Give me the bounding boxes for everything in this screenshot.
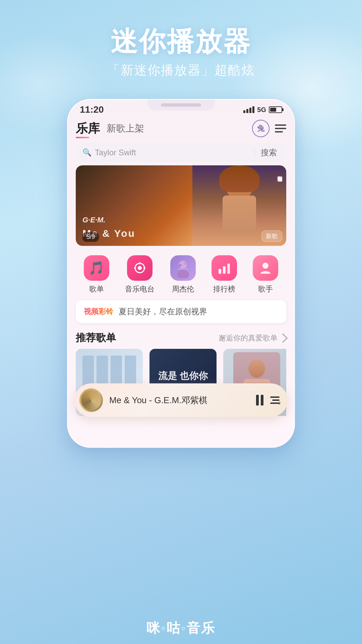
banner-page-indicator: 5/9 (82, 232, 99, 242)
logo-dot1: ◦ (161, 621, 167, 635)
menu-line-2 (275, 128, 286, 129)
page-sub-title: 「新迷你播放器」超酷炫 (0, 62, 362, 79)
logo-music: 音乐 (187, 621, 216, 635)
radio-icon (127, 255, 153, 281)
category-playlist[interactable]: 🎵 歌单 (84, 255, 109, 294)
search-bar[interactable]: 🔍 Taylor Swift 搜索 (76, 143, 286, 162)
logo-gu: 咕 (167, 621, 181, 635)
nav-title-main[interactable]: 乐库 (76, 120, 100, 137)
queue-note-icon: ♪ (278, 400, 281, 406)
category-playlist-label: 歌单 (89, 284, 104, 294)
section-more[interactable]: 邂逅你的真爱歌单 (219, 333, 286, 343)
person-hair (219, 165, 259, 192)
svg-point-12 (262, 263, 268, 269)
signal-bar-1 (243, 110, 245, 113)
album-art-inner (81, 390, 101, 410)
video-ringtone-banner[interactable]: 视频彩铃 夏日美好，尽在原创视界 (76, 300, 286, 323)
section-more-label: 邂逅你的真爱歌单 (219, 333, 278, 343)
artist-icon (253, 255, 278, 281)
svg-rect-9 (219, 269, 221, 274)
status-time: 11:20 (80, 104, 104, 115)
jay-svg (173, 258, 193, 278)
notch-pill (161, 103, 201, 107)
search-input[interactable]: Taylor Swift (95, 148, 251, 157)
top-nav: 乐库 新歌上架 兔 (76, 116, 286, 140)
battery-icon (269, 106, 282, 113)
pause-bar-1 (256, 395, 259, 406)
radio-svg (133, 261, 147, 275)
person-body (223, 196, 256, 232)
svg-point-7 (179, 264, 181, 266)
chevron-right-icon (278, 333, 288, 342)
signal-bar-3 (249, 108, 251, 113)
banner[interactable]: G·E·M. Me & You 首位华人全创作西语专辑 (76, 165, 286, 246)
category-jay[interactable]: 周杰伦 (170, 255, 196, 294)
svg-rect-11 (227, 264, 230, 274)
svg-rect-10 (223, 266, 226, 274)
search-button[interactable]: 搜索 (258, 147, 280, 158)
chart-icon (212, 255, 237, 281)
nav-title-sub[interactable]: 新歌上架 (107, 122, 144, 135)
mini-player[interactable]: Me & You - G.E.M.邓紫棋 ♪ (74, 383, 288, 417)
mini-album-art (78, 387, 104, 413)
category-chart[interactable]: 排行榜 (212, 255, 237, 294)
artist-svg (258, 261, 273, 275)
nav-right: 兔 (252, 120, 286, 137)
signal-bar-4 (252, 106, 254, 113)
queue-line-1 (270, 396, 280, 398)
banner-background: G·E·M. Me & You 首位华人全创作西语专辑 (76, 165, 286, 246)
bottom-logo: 咪◦咕◦音乐 (67, 619, 295, 637)
mini-controls: ♪ (256, 395, 280, 406)
mini-track-info: Me & You - G.E.M.邓紫棋 (109, 394, 251, 406)
category-row: 🎵 歌单 音乐电台 (76, 249, 286, 298)
signal-bars-icon (243, 106, 254, 113)
category-artist-label: 歌手 (258, 284, 273, 294)
section-title: 推荐歌单 (76, 331, 116, 345)
person-head (226, 169, 253, 199)
user-badge[interactable]: 兔 (252, 120, 269, 137)
category-artist[interactable]: 歌手 (253, 255, 278, 294)
battery-fill (270, 108, 276, 112)
status-icons: 5G (243, 106, 282, 114)
pause-bar-2 (261, 395, 263, 406)
phone-mockup: 11:20 5G 乐库 新歌上架 (0, 99, 362, 448)
mini-track-name: Me & You - G.E.M.邓紫棋 (109, 395, 207, 405)
menu-line-3 (275, 131, 283, 132)
category-radio[interactable]: 音乐电台 (125, 255, 155, 294)
app-content: 乐库 新歌上架 兔 🔍 Taylor Swift 搜索 (68, 116, 294, 416)
svg-point-1 (138, 266, 142, 270)
search-divider (254, 148, 255, 157)
section-header: 推荐歌单 邂逅你的真爱歌单 (76, 326, 286, 349)
signal-bar-2 (246, 109, 248, 113)
search-icon: 🔍 (82, 148, 92, 157)
banner-artist-logo: G·E·M. (82, 216, 186, 224)
logo-dot2: ◦ (181, 621, 187, 635)
video-ringtone-desc: 夏日美好，尽在原创视界 (119, 306, 207, 317)
svg-point-6 (177, 270, 189, 278)
queue-button[interactable]: ♪ (270, 396, 280, 404)
thumb-person-head (248, 359, 265, 378)
chart-svg (217, 261, 231, 275)
category-jay-label: 周杰伦 (172, 284, 194, 294)
nav-left: 乐库 新歌上架 (76, 120, 144, 137)
phone-notch (147, 100, 215, 110)
playlist-icon: 🎵 (84, 255, 109, 281)
menu-icon[interactable] (275, 124, 286, 132)
category-chart-label: 排行榜 (213, 284, 235, 294)
banner-new-badge: 新歌 (261, 230, 282, 242)
svg-point-8 (184, 262, 187, 265)
logo-text: 咪◦咕◦音乐 (146, 621, 216, 635)
network-type: 5G (257, 106, 266, 114)
video-ringtone-tag: 视频彩铃 (84, 307, 113, 317)
page-main-title: 迷你播放器 (0, 27, 362, 56)
logo-o1: 咪 (146, 621, 161, 635)
category-radio-label: 音乐电台 (125, 284, 155, 294)
phone-frame: 11:20 5G 乐库 新歌上架 (67, 99, 295, 448)
pause-button[interactable] (256, 395, 263, 406)
menu-line-1 (275, 124, 286, 126)
jay-icon (170, 255, 196, 281)
